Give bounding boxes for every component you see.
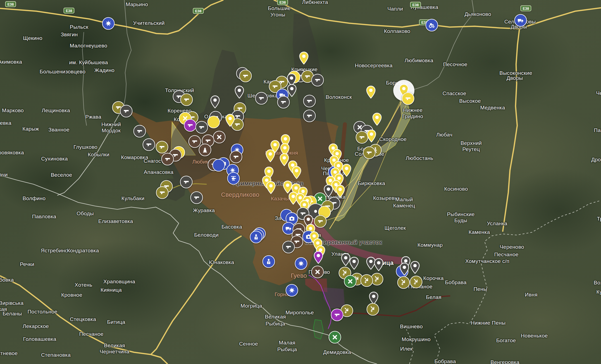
map-marker-circle-dark-pistol[interactable] [190, 191, 203, 204]
place-label: Белая [426, 294, 441, 300]
place-label: Реутец [462, 146, 480, 152]
map-marker-circle-yellow[interactable] [208, 116, 220, 128]
map-marker-circle-olive-bird[interactable] [367, 303, 379, 316]
map-marker-pin-yellow[interactable] [266, 149, 275, 163]
map-marker-pin-yellow[interactable] [280, 153, 289, 167]
map-marker-circle-brown-x[interactable] [311, 266, 324, 278]
place-label: Марьино [126, 1, 148, 8]
map-marker-circle-olive-pistol[interactable] [239, 70, 252, 82]
map-marker-circle-dark-pistol[interactable] [180, 176, 193, 188]
place-label: Степановка [41, 352, 71, 358]
place-label: Большенизовцево [40, 69, 85, 75]
place-label: Головашевка [23, 336, 56, 342]
map-marker-circle-dark-pistol[interactable] [133, 125, 146, 138]
map-canvas[interactable]: МарьиноУчительскийРыльскЗвягинЩекиноМало… [0, 0, 601, 364]
map-marker-pin-dark[interactable] [341, 253, 350, 267]
map-marker-circle-blue-person[interactable] [263, 255, 275, 268]
place-label: еевка [0, 120, 11, 126]
place-label: Любостань [406, 155, 433, 161]
place-label: Мокрушино [402, 336, 431, 343]
map-marker-pin-yellow[interactable] [299, 52, 309, 66]
map-marker-circle-dark-pistol[interactable] [143, 138, 155, 151]
map-marker-pin-yellow[interactable] [367, 130, 376, 143]
map-marker-circle-blue-heli[interactable] [227, 172, 240, 185]
map-marker-circle-olive-bird[interactable] [397, 276, 410, 289]
place-label: Верхний [461, 140, 482, 146]
place-label: Медвенка [480, 105, 505, 111]
map-marker-circle-dark-pistol[interactable] [303, 110, 316, 122]
map-marker-circle-olive-pistol[interactable] [356, 131, 368, 144]
map-marker-pin-dark[interactable] [410, 261, 420, 275]
map-marker-pin-dark[interactable] [374, 258, 383, 272]
map-marker-pin-dark[interactable] [400, 263, 409, 277]
place-label: Любимовка [404, 58, 433, 64]
map-marker-circle-blue-star[interactable] [102, 17, 115, 30]
map-marker-pin-yellow[interactable] [266, 181, 276, 195]
place-label: Че [596, 90, 601, 96]
place-label: Свердликово [221, 191, 259, 198]
place-label: Марково [2, 107, 24, 114]
map-marker-circle-blue-tractor[interactable] [426, 19, 438, 32]
place-label: Щеголек [385, 225, 406, 231]
map-marker-circle-dark-pistol[interactable] [303, 95, 316, 107]
place-label: Кондратовка [67, 248, 99, 254]
map-marker-circle-blue-star[interactable] [295, 257, 307, 270]
map-marker-circle-blue-truck[interactable] [514, 14, 527, 27]
place-label: Звягин [61, 32, 78, 38]
place-label: Малая [279, 340, 295, 346]
map-marker-pin-yellow[interactable] [335, 185, 345, 199]
map-marker-pin-dark[interactable] [235, 86, 244, 100]
place-label: Песочное [443, 61, 467, 68]
map-marker-circle-brown-tree[interactable] [199, 144, 211, 156]
place-label: Бобрава [445, 279, 467, 286]
map-marker-circle-purple-pistol[interactable] [331, 309, 344, 321]
place-label: Ястребиное [41, 248, 71, 254]
place-label: Коммунар [418, 242, 443, 248]
map-marker-circle-dark-pistol[interactable] [277, 96, 290, 109]
map-marker-pin-yellow[interactable] [225, 114, 235, 128]
map-marker-circle-dark-pistol[interactable] [282, 241, 295, 253]
map-marker-circle-olive-bird[interactable] [361, 274, 373, 287]
place-label: Апанасовка [144, 169, 173, 175]
map-marker-circle-olive-pistol[interactable] [180, 94, 193, 106]
place-label: Рыбинские [447, 211, 474, 217]
place-label: Глушково [73, 144, 97, 150]
place-label: Сухиновка [41, 156, 68, 162]
map-marker-circle-brown-pistol[interactable] [230, 151, 242, 163]
place-label: Большие [268, 5, 290, 11]
map-marker-circle-brown-x[interactable] [213, 131, 226, 143]
place-label: ровяковка [0, 150, 24, 156]
map-marker-circle-olive-pistol[interactable] [156, 141, 168, 154]
map-marker-circle-olive-bird[interactable] [410, 276, 423, 288]
place-label: обовка [0, 277, 14, 283]
place-label: Кульбаки [121, 195, 145, 202]
map-marker-circle-brown-pistol[interactable] [161, 153, 174, 166]
map-marker-pin-purple[interactable] [314, 251, 323, 265]
map-marker-circle-yellow-pistol[interactable] [402, 92, 414, 105]
map-marker-circle-olive-pistol[interactable] [156, 186, 169, 199]
map-marker-pin-dark[interactable] [210, 95, 220, 109]
map-marker-circle-olive-pistol[interactable] [314, 215, 327, 228]
place-label: Каменец [393, 203, 415, 209]
map-marker-circle-dark-pistol[interactable] [311, 74, 324, 87]
map-marker-circle-green-x[interactable] [344, 275, 357, 288]
map-marker-circle-dark-pistol[interactable] [195, 121, 208, 134]
place-label: Речки [20, 261, 34, 267]
map-marker-circle-blue-person[interactable] [250, 231, 263, 243]
place-label: Лекарское [23, 323, 49, 329]
map-marker-pin-yellow[interactable] [292, 166, 301, 180]
map-marker-circle-purple-pistol[interactable] [184, 119, 197, 132]
place-label: Елизаветовка [98, 218, 133, 224]
map-marker-pin-yellow[interactable] [366, 86, 376, 100]
map-marker-circle-blue[interactable] [213, 159, 225, 172]
place-label: Богатое [496, 337, 516, 344]
place-label: Сенное [239, 341, 258, 347]
map-marker-circle-green-x[interactable] [329, 331, 341, 344]
map-marker-circle-olive-pistol[interactable] [363, 147, 376, 159]
place-label: Скородное [379, 136, 407, 142]
map-marker-circle-dark-pistol[interactable] [120, 105, 133, 118]
map-marker-circle-blue-star[interactable] [286, 284, 298, 297]
map-marker-pin-yellow[interactable] [372, 113, 382, 127]
place-label: Ивня [525, 292, 537, 298]
map-marker-circle-dark-pistol[interactable] [255, 92, 268, 105]
